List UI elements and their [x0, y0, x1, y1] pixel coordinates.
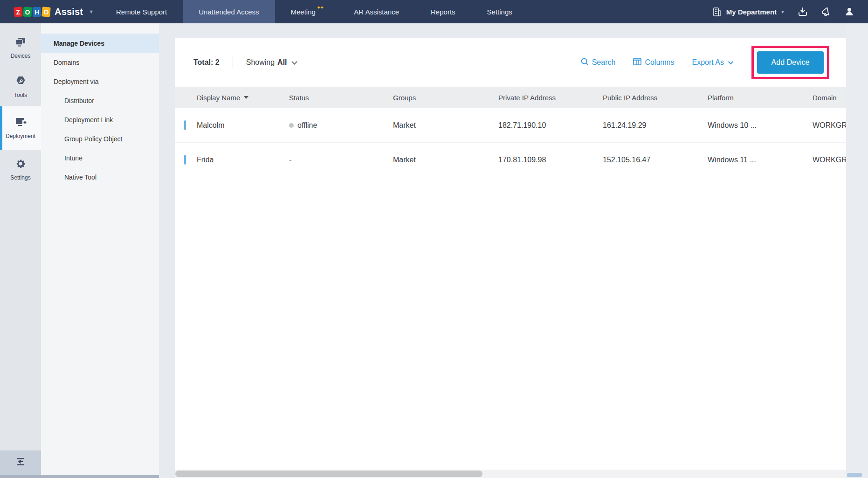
brand[interactable]: Z O H O Assist ▼: [0, 0, 100, 23]
icon-rail: Devices Tools Deployment Settings: [0, 23, 41, 478]
column-status[interactable]: Status: [289, 94, 393, 102]
logo-letter-o1: O: [23, 7, 32, 17]
rail-item-devices[interactable]: Devices: [0, 28, 41, 67]
cell-domain: WORKGROUP: [813, 156, 846, 164]
tab-reports[interactable]: Reports: [415, 0, 471, 23]
total-count: Total: 2: [193, 58, 220, 67]
row-checkbox[interactable]: [184, 120, 186, 130]
main-area: Total: 2 ShowingAll Search Columns: [159, 23, 868, 478]
chevron-down-icon[interactable]: ▼: [89, 9, 94, 14]
horizontal-scrollbar[interactable]: [175, 470, 846, 478]
tab-ar-assistance[interactable]: AR Assistance: [338, 0, 415, 23]
devices-card: Total: 2 ShowingAll Search Columns: [175, 38, 846, 470]
cell-platform: Windows 11 ...: [708, 156, 813, 164]
horizontal-scrollbar-thumb[interactable]: [175, 471, 482, 477]
collapse-icon: [16, 458, 25, 467]
add-device-button[interactable]: Add Device: [757, 51, 824, 74]
deployment-icon: [14, 117, 27, 130]
product-name: Assist: [55, 7, 83, 17]
cell-groups: Market: [393, 156, 498, 164]
offline-status-icon: [289, 123, 294, 128]
cell-public-ip: 152.105.16.47: [603, 156, 708, 164]
collapse-sidebar-button[interactable]: [0, 450, 41, 475]
sort-desc-icon: [244, 96, 248, 99]
announcement-icon[interactable]: [820, 6, 832, 17]
search-icon: [580, 57, 589, 68]
devices-icon: [14, 36, 27, 49]
cell-public-ip: 161.24.19.29: [603, 121, 708, 130]
table-header-row: Display Name Status Groups Private IP Ad…: [175, 87, 846, 108]
department-label: My Department: [726, 8, 777, 16]
cell-groups: Market: [393, 121, 498, 130]
row-checkbox[interactable]: [184, 155, 186, 165]
tab-meeting[interactable]: Meeting✦✦: [275, 0, 338, 23]
tab-remote-support[interactable]: Remote Support: [100, 0, 183, 23]
column-display-name[interactable]: Display Name: [197, 94, 289, 102]
tab-unattended-access[interactable]: Unattended Access: [183, 0, 275, 23]
columns-icon: [633, 58, 641, 67]
export-as-button[interactable]: Export As: [692, 58, 732, 67]
vertical-scrollbar[interactable]: [846, 23, 868, 478]
column-domain[interactable]: Domain: [813, 94, 846, 102]
user-icon[interactable]: [844, 6, 855, 17]
cell-platform: Windows 10 ...: [708, 121, 813, 130]
bottom-edge: [0, 475, 175, 478]
download-icon[interactable]: [797, 6, 808, 17]
table-row[interactable]: Frida - Market 170.81.109.98 152.105.16.…: [175, 143, 846, 177]
chevron-down-icon: [291, 59, 297, 65]
vertical-scrollbar-thumb[interactable]: [847, 473, 862, 477]
cell-domain: WORKGROUP: [813, 121, 846, 130]
top-navbar: Z O H O Assist ▼ Remote Support Unattend…: [0, 0, 868, 23]
sidebar-item-manage-devices[interactable]: Manage Devices: [41, 34, 159, 53]
columns-button[interactable]: Columns: [633, 58, 674, 67]
divider: [233, 56, 233, 69]
logo-letter-o2: O: [41, 7, 50, 17]
chevron-down-icon: ▼: [780, 9, 785, 14]
cell-private-ip: 182.71.190.10: [498, 121, 603, 130]
tools-icon: [15, 76, 27, 89]
sidebar-item-intune[interactable]: Intune: [41, 148, 159, 167]
sidebar-item-domains[interactable]: Domains: [41, 53, 159, 72]
search-button[interactable]: Search: [580, 57, 616, 68]
deployment-sidebar: Manage Devices Domains Deployment via Di…: [41, 23, 159, 475]
chevron-down-icon: [728, 59, 733, 64]
sidebar-item-group-policy-object[interactable]: Group Policy Object: [41, 129, 159, 148]
rail-item-settings[interactable]: Settings: [0, 150, 41, 189]
cell-status: -: [289, 156, 393, 164]
zoho-logo: Z O H O: [14, 7, 50, 17]
tab-settings[interactable]: Settings: [471, 0, 528, 23]
gear-icon: [15, 158, 26, 171]
cell-private-ip: 170.81.109.98: [498, 156, 603, 164]
navbar-right: My Department ▼: [711, 0, 868, 23]
table-toolbar: Total: 2 ShowingAll Search Columns: [175, 38, 846, 87]
sidebar-item-native-tool[interactable]: Native Tool: [41, 167, 159, 187]
sidebar-item-distributor[interactable]: Distributor: [41, 91, 159, 110]
rail-item-tools[interactable]: Tools: [0, 67, 41, 106]
sidebar-item-deployment-via[interactable]: Deployment via: [41, 72, 159, 91]
logo-letter-z: Z: [14, 7, 22, 17]
building-icon: [711, 6, 723, 17]
column-public-ip[interactable]: Public IP Address: [603, 94, 708, 102]
sidebar-item-deployment-link[interactable]: Deployment Link: [41, 110, 159, 129]
cell-display-name: Frida: [197, 156, 289, 164]
rail-item-deployment[interactable]: Deployment: [0, 106, 41, 150]
logo-letter-h: H: [32, 7, 41, 17]
department-selector[interactable]: My Department ▼: [711, 6, 785, 17]
primary-nav: Remote Support Unattended Access Meeting…: [100, 0, 528, 23]
cell-status: offline: [289, 121, 393, 130]
showing-filter[interactable]: ShowingAll: [246, 58, 296, 67]
cell-display-name: Malcolm: [197, 121, 289, 130]
annotation-highlight-box: Add Device: [751, 46, 829, 79]
column-groups[interactable]: Groups: [393, 94, 498, 102]
sparkle-icon: ✦✦: [317, 5, 323, 11]
column-private-ip[interactable]: Private IP Address: [498, 94, 603, 102]
table-row[interactable]: Malcolm offline Market 182.71.190.10 161…: [175, 108, 846, 143]
toolbar-actions: Search Columns Export As Add Device: [580, 46, 829, 79]
column-platform[interactable]: Platform: [708, 94, 813, 102]
